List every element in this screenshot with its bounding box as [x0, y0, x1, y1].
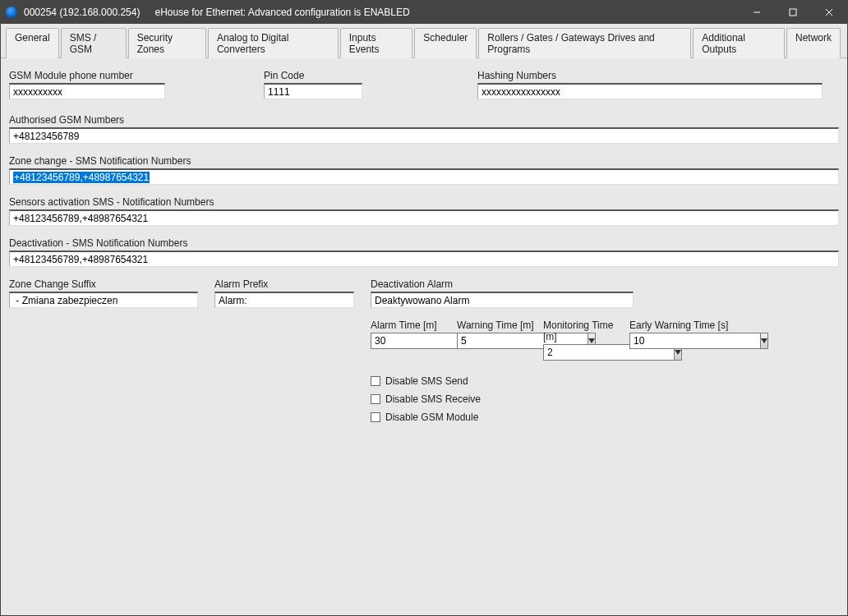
tab-network[interactable]: Network	[786, 28, 841, 58]
tabstrip: General SMS / GSM Security Zones Analog …	[1, 24, 847, 58]
combo-early-warning-btn[interactable]	[760, 333, 768, 349]
check-disable-sms-send[interactable]: Disable SMS Send	[371, 375, 634, 387]
combo-early-warning[interactable]	[629, 333, 707, 349]
close-button[interactable]	[811, 1, 847, 24]
combo-warning-time[interactable]	[457, 333, 535, 349]
label-sensors-nums: Sensors activation SMS - Notification Nu…	[9, 196, 839, 208]
input-auth-nums[interactable]	[9, 127, 839, 144]
svg-rect-1	[790, 9, 796, 16]
label-zone-suffix: Zone Change Suffix	[9, 278, 198, 290]
label-hashing: Hashing Numbers	[477, 70, 823, 81]
app-icon	[6, 7, 17, 18]
client-area: GSM Module phone number Pin Code Hashing…	[1, 58, 847, 615]
label-warning-time: Warning Time [m]	[457, 319, 535, 331]
tab-rollers[interactable]: Rollers / Gates / Gateways Drives and Pr…	[478, 28, 691, 58]
input-gsm-phone[interactable]	[9, 83, 165, 99]
combo-early-warning-value[interactable]	[629, 333, 760, 349]
tab-scheduler[interactable]: Scheduler	[414, 28, 477, 58]
selected-zone-change-value: +48123456789,+48987654321	[13, 172, 150, 183]
label-deact-alarm: Deactivation Alarm	[371, 278, 634, 290]
label-gsm-phone: GSM Module phone number	[9, 70, 165, 81]
input-zone-change-nums[interactable]: +48123456789,+48987654321	[9, 168, 839, 185]
svg-marker-7	[761, 338, 767, 343]
check-disable-gsm-module-label: Disable GSM Module	[385, 411, 478, 423]
label-monitoring-time: Monitoring Time [m]	[543, 319, 621, 342]
label-alarm-time: Alarm Time [m]	[371, 319, 449, 331]
tab-inputs-events[interactable]: Inputs Events	[340, 28, 413, 58]
check-disable-gsm-module[interactable]: Disable GSM Module	[371, 411, 634, 423]
label-pin: Pin Code	[264, 70, 362, 81]
check-disable-sms-receive-label: Disable SMS Receive	[385, 393, 481, 405]
input-alarm-prefix[interactable]	[214, 292, 354, 308]
combo-alarm-time[interactable]	[371, 333, 449, 349]
checkbox-icon	[371, 412, 380, 422]
input-deact-nums[interactable]	[9, 251, 839, 267]
window-id: 000254 (192.168.000.254)	[24, 7, 140, 18]
label-early-warning: Early Warning Time [s]	[629, 319, 728, 331]
tab-security-zones[interactable]: Security Zones	[128, 28, 206, 58]
checkbox-icon	[371, 376, 380, 386]
check-disable-sms-receive[interactable]: Disable SMS Receive	[371, 393, 634, 405]
label-zone-change-nums: Zone change - SMS Notification Numbers	[9, 155, 839, 167]
combo-monitoring-time[interactable]	[543, 344, 621, 361]
input-hashing[interactable]	[477, 83, 823, 99]
maximize-button[interactable]	[775, 1, 811, 24]
label-deact-nums: Deactivation - SMS Notification Numbers	[9, 237, 839, 249]
checkbox-icon	[371, 394, 380, 404]
window-subtitle: eHouse for Ethernet: Advanced configurat…	[154, 7, 409, 18]
input-deact-alarm[interactable]	[371, 292, 634, 308]
label-auth-nums: Authorised GSM Numbers	[9, 114, 839, 126]
input-zone-suffix[interactable]	[9, 292, 198, 308]
tab-general[interactable]: General	[6, 28, 59, 58]
input-pin[interactable]	[264, 83, 362, 99]
tab-sms-gsm[interactable]: SMS / GSM	[61, 28, 127, 58]
minimize-button[interactable]	[739, 1, 775, 24]
input-sensors-nums[interactable]	[9, 209, 839, 226]
check-disable-sms-send-label: Disable SMS Send	[385, 375, 468, 387]
tab-additional-outputs[interactable]: Additional Outputs	[693, 28, 785, 58]
titlebar: 000254 (192.168.000.254) eHouse for Ethe…	[1, 1, 847, 24]
tab-adc[interactable]: Analog to Digital Converters	[208, 28, 339, 58]
label-alarm-prefix: Alarm Prefix	[214, 278, 354, 290]
